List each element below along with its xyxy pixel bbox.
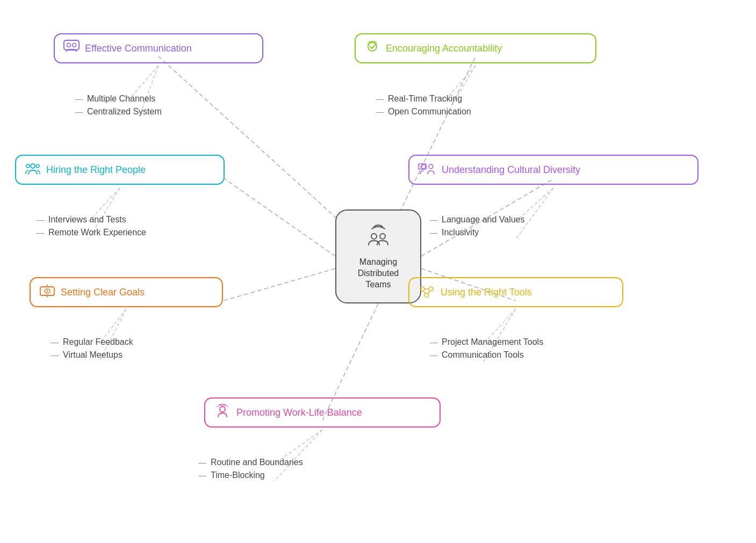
diagram-container: ManagingDistributedTeams Effective Commu…: [0, 0, 756, 543]
center-label: ManagingDistributedTeams: [358, 257, 399, 290]
sub-eff-comm: Multiple Channels Centralized System: [75, 94, 162, 117]
svg-point-25: [73, 44, 76, 47]
balance-icon: [214, 404, 231, 421]
svg-line-41: [423, 291, 426, 294]
center-icon: [362, 222, 394, 252]
topic-tools: Using the Right Tools: [408, 277, 623, 307]
svg-point-27: [31, 164, 35, 168]
eff-comm-label: Effective Communication: [85, 43, 192, 54]
svg-line-42: [428, 291, 430, 294]
sub-balance: Routine and Boundaries Time-Blocking: [199, 458, 303, 480]
sub-enc-acc: Real-Time Tracking Open Communication: [376, 94, 471, 117]
svg-point-29: [26, 164, 30, 168]
svg-point-33: [421, 164, 426, 169]
sub-tools-2: Communication Tools: [430, 350, 543, 360]
enc-acc-label: Encouraging Accountability: [386, 43, 502, 54]
sub-goals-1: Regular Feedback: [51, 337, 133, 347]
topic-culture: ? Understanding Cultural Diversity: [408, 155, 699, 185]
svg-line-4: [223, 269, 335, 301]
sub-hire-1: Interviews and Tests: [37, 215, 146, 225]
sub-culture-1: Language and Values: [430, 215, 525, 225]
sub-balance-1: Routine and Boundaries: [199, 458, 303, 467]
sub-goals-2: Virtual Meetups: [51, 350, 133, 360]
topic-enc-acc: Encouraging Accountability: [355, 33, 596, 63]
enc-acc-icon: [364, 40, 380, 57]
svg-point-28: [36, 164, 39, 168]
balance-label: Promoting Work-Life Balance: [236, 407, 362, 418]
eff-comm-icon: [63, 40, 80, 57]
svg-point-21: [371, 234, 377, 239]
sub-goals: Regular Feedback Virtual Meetups: [51, 337, 133, 360]
sub-eff-comm-2: Centralized System: [75, 107, 162, 117]
svg-point-32: [429, 164, 433, 169]
sub-tools-1: Project Management Tools: [430, 337, 543, 347]
sub-enc-acc-2: Open Communication: [376, 107, 471, 117]
svg-point-36: [47, 291, 48, 292]
topic-hire: Hiring the Right People: [15, 155, 225, 185]
sub-enc-acc-1: Real-Time Tracking: [376, 94, 471, 104]
svg-point-38: [429, 287, 433, 291]
svg-point-43: [220, 407, 225, 412]
hire-icon: [25, 161, 41, 178]
svg-point-37: [420, 287, 424, 291]
sub-hire: Interviews and Tests Remote Work Experie…: [37, 215, 146, 237]
sub-eff-comm-1: Multiple Channels: [75, 94, 162, 104]
topic-eff-comm: Effective Communication: [54, 33, 263, 63]
topic-goals: Setting Clear Goals: [30, 277, 223, 307]
sub-balance-2: Time-Blocking: [199, 470, 303, 480]
culture-icon: ?: [418, 161, 436, 178]
culture-label: Understanding Cultural Diversity: [442, 164, 580, 176]
sub-tools: Project Management Tools Communication T…: [430, 337, 543, 360]
svg-point-24: [67, 44, 71, 47]
sub-culture: Language and Values Inclusivity: [430, 215, 525, 237]
goals-icon: [39, 284, 55, 301]
hire-label: Hiring the Right People: [46, 164, 146, 176]
svg-rect-23: [64, 40, 79, 50]
sub-hire-2: Remote Work Experience: [37, 228, 146, 237]
tools-icon: [418, 284, 435, 301]
svg-point-26: [368, 42, 377, 51]
topic-balance: Promoting Work-Life Balance: [204, 397, 441, 428]
svg-line-2: [225, 179, 335, 256]
tools-label: Using the Right Tools: [441, 287, 532, 298]
svg-point-22: [380, 234, 385, 239]
goals-label: Setting Clear Goals: [61, 287, 145, 298]
sub-culture-2: Inclusivity: [430, 228, 525, 237]
